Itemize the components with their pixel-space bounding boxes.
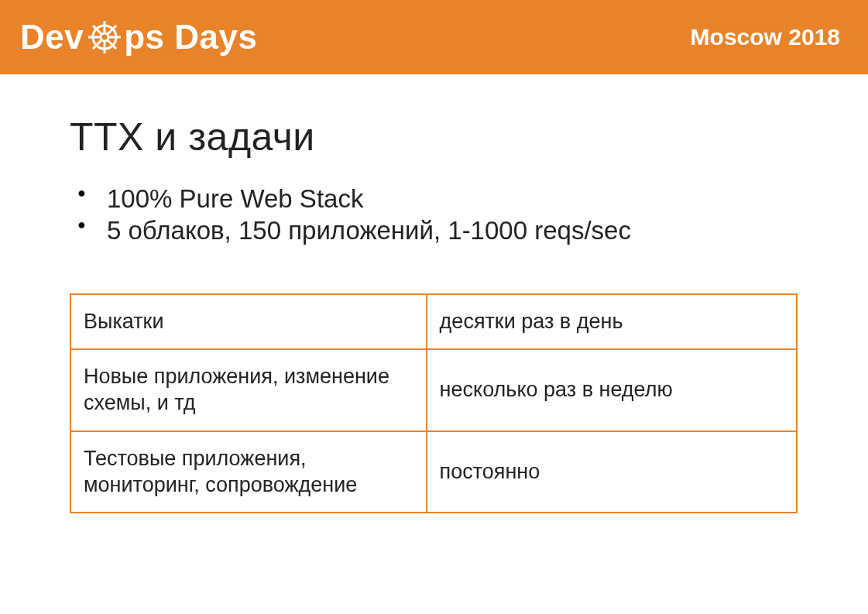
svg-line-8 <box>112 26 116 29</box>
table-cell-right: постоянно <box>427 431 797 513</box>
table-cell-right: десятки раз в день <box>427 294 797 350</box>
svg-line-17 <box>97 40 101 45</box>
svg-line-15 <box>108 40 112 45</box>
list-item: 5 облаков, 150 приложений, 1-1000 reqs/s… <box>73 214 798 246</box>
svg-point-1 <box>101 33 108 41</box>
gear-icon <box>87 19 122 55</box>
table-cell-right: несколько раз в неделю <box>427 349 797 431</box>
svg-line-7 <box>112 45 116 49</box>
bullet-list: 100% Pure Web Stack 5 облаков, 150 прило… <box>70 183 798 247</box>
table-row: Тестовые приложения, мониторинг, сопрово… <box>70 431 797 513</box>
event-label: Moscow 2018 <box>691 24 840 50</box>
list-item: 100% Pure Web Stack <box>73 183 798 214</box>
slide-header: Dev <box>0 0 868 74</box>
table-cell-left: Новые приложения, изменение схемы, и тд <box>70 349 427 431</box>
slide-title: ТТХ и задачи <box>70 115 798 160</box>
slide-content: ТТХ и задачи 100% Pure Web Stack 5 облак… <box>0 74 868 513</box>
svg-line-6 <box>93 26 97 29</box>
table-cell-left: Выкатки <box>70 294 427 350</box>
table-row: Новые приложения, изменение схемы, и тд … <box>70 349 797 431</box>
info-table: Выкатки десятки раз в день Новые приложе… <box>70 293 798 514</box>
logo-text-suffix: ps Days <box>124 18 257 57</box>
logo-text-prefix: Dev <box>20 18 84 57</box>
table-row: Выкатки десятки раз в день <box>70 294 797 350</box>
table-cell-left: Тестовые приложения, мониторинг, сопрово… <box>70 431 427 513</box>
svg-line-16 <box>108 29 112 34</box>
svg-line-14 <box>97 29 101 34</box>
svg-line-9 <box>93 45 97 49</box>
logo: Dev <box>20 18 257 57</box>
